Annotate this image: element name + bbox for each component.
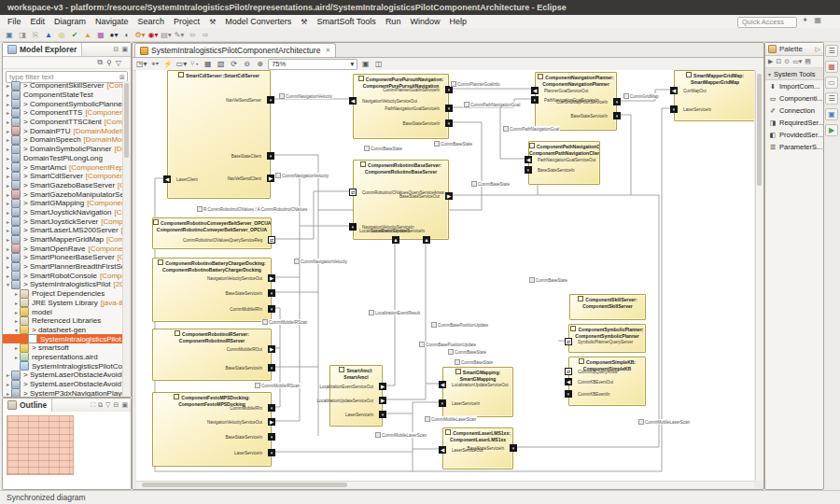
tree-item-smartcdlserver[interactable]: ▸> SmartCdlServer[ComponentReposito <box>3 172 123 181</box>
port-CurrGridMapPushServiceIn[interactable]: ◖ <box>613 98 621 105</box>
port-PathNavigationGoalServiceIn[interactable]: ◖ <box>445 105 453 112</box>
tree-item-systemlaserobstacleavoidp3dxplaye[interactable]: ▸> SystemLaserObstacleAvoidP3dxPlaye <box>3 371 123 380</box>
tree-item-smartjoysticknavigation[interactable]: ▸> SmartJoystickNavigation[Componen <box>3 208 123 217</box>
edge[interactable] <box>269 177 353 226</box>
edge[interactable] <box>270 226 300 277</box>
tree-item-smartmappergridmap[interactable]: ▸> SmartMapperGridMap[ComponentRe <box>3 235 123 245</box>
edge[interactable] <box>381 238 426 399</box>
port-SymbolicPlannerQueryServer[interactable]: ⇄ <box>565 338 572 345</box>
component-robotinoirserver[interactable]: ComponentRobotinoIRServer:ComponentRobot… <box>152 329 272 381</box>
toolbar-icon-14[interactable]: ⇦ <box>187 30 198 40</box>
editor-toolbar-icon-6[interactable]: ▧ <box>216 60 226 68</box>
palette-header[interactable]: Palette ▷ <box>765 43 823 56</box>
view-toolbar-icon[interactable]: ⚲ <box>106 59 112 67</box>
tree-item-smartplannerbreadthfirstsearch[interactable]: ▸> SmartPlannerBreadthFirstSearch[Co <box>3 262 123 272</box>
outline-toolbar-icon[interactable]: ▣ <box>121 401 128 409</box>
palette-tool-connection[interactable]: ✐Connection <box>765 105 823 117</box>
tree-item-systemintralogisticspilot-skills-json[interactable]: SystemIntralogisticsPilot.skills.json <box>3 334 123 343</box>
model-explorer-tab[interactable]: Model Explorer <box>3 43 82 56</box>
port-LocalizationEventServiceOut[interactable]: ▶ <box>379 383 386 390</box>
menu-project[interactable]: Project <box>169 17 204 26</box>
port-CommPlannerGoalInServiceIn[interactable]: ◖ <box>445 86 453 93</box>
port-BaseStateServiceIn[interactable]: ◖ <box>613 112 621 119</box>
component-conveyerbeltserver[interactable]: ComponentRobotinoConveyerBeltServer_OPCU… <box>152 217 272 249</box>
editor-toolbar-icon-2[interactable]: ⚡ <box>163 60 174 68</box>
palette-group-system-tools[interactable]: ▾ System Tools <box>765 68 823 80</box>
tree-item-domaintestpilonglong[interactable]: ▸DomainTestPiLongLong <box>3 154 123 163</box>
menu-diagram[interactable]: Diagram <box>49 17 91 26</box>
palette-toolbar-icon[interactable]: ⊡ <box>776 58 781 65</box>
tree-item-systemp3dxnavigationplayerstagesi[interactable]: ▸> SystemP3dxNavigationPlayerStageSi <box>3 388 123 397</box>
port-LaserServiceIn[interactable]: ◖ <box>268 449 275 456</box>
port-CurrMapOut[interactable]: ◀ <box>670 87 678 94</box>
view-toolbar-icon[interactable]: ⧉ <box>97 58 103 67</box>
menu-tool-icon[interactable]: ⚒ <box>204 18 220 26</box>
port-BaseStateServiceIn[interactable]: ◖ <box>510 444 517 452</box>
tree-item-smartgazebobaseserver[interactable]: ▸> SmartGazeboBaseServer[Component <box>3 181 123 190</box>
port-NavigationVelocityServiceOut[interactable]: ▶ <box>268 274 275 282</box>
port-PathNavigationGoalServiceIn[interactable]: ◗ <box>531 96 539 104</box>
port-BaseStateServiceIn[interactable]: ◖ <box>268 364 275 371</box>
outline-toolbar-icon[interactable]: ⧉ <box>98 401 103 409</box>
tree-item-componentskillserver[interactable]: ▸> ComponentSkillServer[ComponentRe <box>3 81 123 91</box>
port-LocalizationUpdateServiceOut[interactable]: ▶ <box>379 397 386 404</box>
palette-tool-requiredser[interactable]: ◨RequiredSer... <box>765 117 823 129</box>
component-smartgmapping[interactable]: SmartGMapping:SmartGMapping◀Localization… <box>442 367 513 417</box>
port-LaserServiceIn[interactable]: ◖ <box>379 411 386 418</box>
component-symbolicplanner[interactable]: ComponentSymbolicPlanner:ComponentSymbol… <box>568 324 646 353</box>
port-CommMobileIROut[interactable]: ▶ <box>268 345 275 353</box>
edge[interactable] <box>413 402 442 449</box>
outline-toolbar-icon[interactable]: ⛶ <box>91 401 95 409</box>
port-NavVelSendServer[interactable]: ◖ <box>267 96 274 104</box>
tree-item-componentttsclient[interactable]: ▸> ComponentTTSClient[ComponentRep <box>3 118 123 127</box>
editor-toolbar-icon-1[interactable]: ⌖▾ <box>150 60 161 69</box>
port-PlannerGoalServiceOut[interactable]: ◀ <box>531 87 539 94</box>
outline-tab[interactable]: Outline <box>3 399 52 412</box>
toolbar-icon-9[interactable]: ◐ <box>121 30 133 40</box>
menu-edit[interactable]: Edit <box>26 17 50 26</box>
outline-toolbar-icon[interactable]: ▽ <box>105 401 110 409</box>
component-pathnavigationclient[interactable]: ComponentPathNavigationClient:ComponentP… <box>528 141 600 185</box>
component-smartamcl[interactable]: SmartAmcl:SmartAmcl▶LocalizationEventSer… <box>329 365 383 427</box>
component-simplekb[interactable]: ComponentSimpleKB:ComponentSimpleKB⇄Comm… <box>568 357 646 406</box>
zoom-level-select[interactable]: 75%▾ <box>268 59 357 70</box>
tree-item-smartgmapping[interactable]: ▸> SmartGMapping[ComponentReposito <box>3 199 123 208</box>
perspective-icon[interactable]: ▦ <box>814 16 821 24</box>
clear-filter-icon[interactable]: ⊠ <box>118 74 127 81</box>
edge[interactable] <box>270 191 353 239</box>
port-BaseStateServiceIn[interactable]: ◖ <box>268 433 275 441</box>
toolbar-icon-5[interactable]: ✔ <box>69 30 80 40</box>
port-CommMobileIRIn[interactable]: ◖ <box>268 404 275 412</box>
toolbar-icon-12[interactable]: ▤▾ <box>161 30 172 40</box>
tree-item-smartrobotconsole[interactable]: ▸> SmartRobotConsole[ComponentRepo <box>3 271 123 280</box>
editor-tab[interactable]: SystemIntralogisticsPilotComponentArchit… <box>134 43 336 57</box>
port-CommKBQueryAnsw[interactable]: ⇄ <box>565 368 572 375</box>
tree-item-systemlaserobstacleavoidtiagogaze[interactable]: ▸> SystemLaserObstacleAvoidTiagoGaze <box>3 380 123 389</box>
menu-navigate[interactable]: Navigate <box>91 17 133 26</box>
toolbar-icon-4[interactable]: ◎ <box>56 30 67 40</box>
editor-toolbar-right-icon-0[interactable]: ▣ <box>360 60 371 68</box>
quick-access-box[interactable]: Quick Access <box>737 17 797 28</box>
tree-item-domainsymbolicplanner[interactable]: ▸> DomainSymbolicPlanner[DomainMo <box>3 145 123 154</box>
component-robotinobaseserver[interactable]: ComponentRobotinoBaseServer:ComponentRob… <box>353 160 449 240</box>
tree-item-domainptu[interactable]: ▸> DomainPTU[DomainModelsReposito <box>3 126 123 135</box>
component-festompsdocking[interactable]: ComponentFestoMPSDocking:ComponentFestoM… <box>152 392 272 467</box>
port-NavVelSendClient[interactable]: ▶ <box>267 175 274 182</box>
tree-item-componenttts[interactable]: ▸> ComponentTTS[ComponentReposito <box>3 108 123 118</box>
toolbar-icon-8[interactable]: ●▾ <box>108 30 119 40</box>
menu-model-converters[interactable]: Model Converters <box>220 17 296 26</box>
editor-toolbar-icon-3[interactable]: ▭▾ <box>176 60 188 68</box>
editor-toolbar-right-icon-1[interactable]: ◫ <box>373 60 384 68</box>
menu-window[interactable]: Window <box>405 17 444 26</box>
tree-item-smartjoystickserver[interactable]: ▸> SmartJoystickServer[ComponentRep <box>3 217 123 226</box>
edge[interactable] <box>447 107 528 159</box>
component-skillserver[interactable]: ComponentSkillServer:ComponentSkillServe… <box>569 294 646 320</box>
fast-view-icon-3[interactable]: ☰ <box>825 92 838 105</box>
port-LaserServiceOut[interactable]: ◀ <box>439 446 446 454</box>
component-navigationplanner[interactable]: ComponentNavigationPlanner:ComponentNavi… <box>535 72 617 131</box>
editor-toolbar-icon-8[interactable]: ⊖ <box>242 60 252 68</box>
palette-toolbar-icon[interactable]: ⊙ <box>784 58 790 65</box>
tree-item-smartopenrave[interactable]: ▸> SmartOpenRave[ComponentReposit <box>3 244 123 253</box>
fast-view-icon-4[interactable]: ▣ <box>825 108 838 120</box>
editor-toolbar-icon-0[interactable]: ◳▾ <box>136 60 147 68</box>
